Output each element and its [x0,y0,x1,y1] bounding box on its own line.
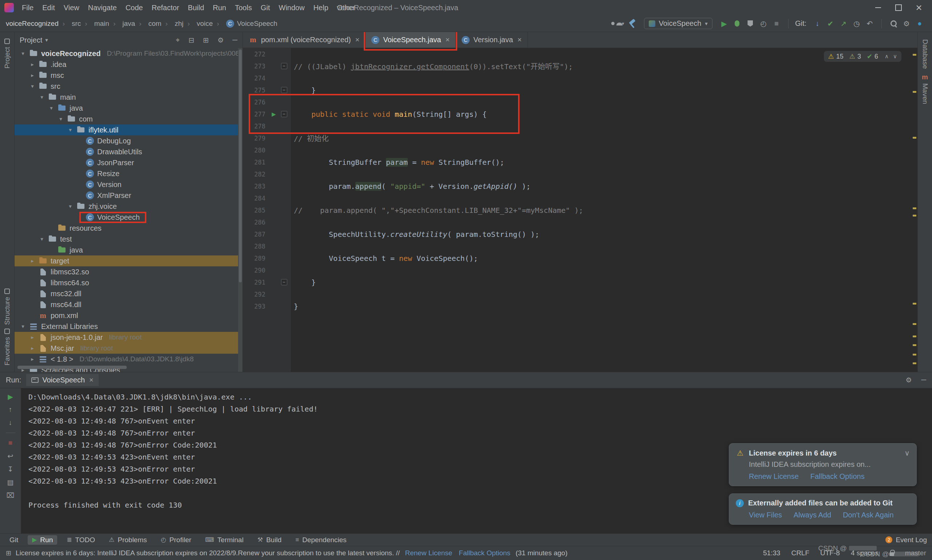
tree-twisty-icon[interactable]: ▾ [28,83,36,89]
fold-icon[interactable]: − [281,63,287,69]
toolwindow-dependencies[interactable]: ≡Dependencies [291,535,351,545]
code-line[interactable]: 281 StringBuffer param = new StringBuffe… [243,156,917,168]
tree-vertical-scrollbar[interactable] [239,49,242,282]
menu-item[interactable]: Edit [38,4,59,12]
code-text[interactable]: public static void main(String[] args) { [290,110,487,118]
warning-stripe-mark[interactable] [913,362,917,364]
run-button[interactable]: ▶ [718,17,731,30]
line-number[interactable]: 279 [243,135,269,142]
warning-stripe-mark[interactable] [913,54,917,56]
code-line[interactable]: 289 VoiceSpeech t = new VoiceSpeech(); [243,252,917,264]
tree-horizontal-scrollbar[interactable] [17,366,127,369]
tree-twisty-icon[interactable]: ▾ [47,105,55,111]
fold-gutter[interactable] [279,135,290,141]
breadcrumb-item[interactable]: CVoiceSpeech [213,20,277,28]
rerun-button[interactable]: ▶ [5,392,15,402]
menu-item[interactable]: Window [274,4,309,12]
breadcrumb-item[interactable]: com [135,20,161,28]
warning-stripe-mark[interactable] [913,335,917,337]
close-icon[interactable]: × [89,376,94,384]
tree-row[interactable]: ▾main [15,92,242,103]
inspection-count[interactable]: ✔6 [867,52,878,60]
menu-item[interactable]: View [59,4,84,12]
tree-twisty-icon[interactable]: ▸ [28,334,36,341]
warning-stripe-mark[interactable] [913,303,917,305]
profiler-button[interactable]: ◴ [757,17,770,30]
inspection-count[interactable]: ⚠3 [849,52,861,60]
line-number[interactable]: 285 [243,207,269,214]
line-number[interactable]: 277 [243,111,269,118]
breadcrumb-item[interactable]: voice [183,20,213,28]
code-line[interactable]: 276 [243,96,917,108]
code-line[interactable]: 288 [243,240,917,252]
code-line[interactable]: 282 [243,168,917,180]
code-line[interactable]: 285// param.append( ","+SpeechConstant.L… [243,204,917,216]
toolwindow-build[interactable]: ⚒Build [253,535,286,545]
tree-row[interactable]: libmsc64.so [15,277,242,288]
menu-item[interactable]: Refactor [147,4,183,12]
code-line[interactable]: 279// 初始化 [243,132,917,144]
tree-row[interactable]: msc32.dll [15,288,242,299]
project-panel-title[interactable]: Project [20,36,42,45]
tree-row[interactable]: ▾test [15,234,242,245]
code-text[interactable]: } [290,278,316,287]
code-line[interactable]: 280 [243,144,917,156]
breadcrumb-item[interactable]: java [109,20,135,28]
editor-tab[interactable]: CVoiceSpeech.java× [365,32,456,48]
code-text[interactable]: } [290,302,298,311]
inspections-widget[interactable]: ⚠15⚠3✔6 ∧∨ [824,51,901,62]
scroll-to-end-button[interactable]: ↧ [5,464,15,474]
update-project-button[interactable]: ↓ [811,17,824,30]
breadcrumb-item[interactable]: voiceRecognized [6,20,59,28]
fold-gutter[interactable] [279,207,290,213]
chevron-down-icon[interactable]: ▾ [45,37,48,43]
toolwindow-git[interactable]: Git [5,535,23,545]
close-icon[interactable]: × [355,35,360,44]
line-number[interactable]: 284 [243,195,269,202]
line-number[interactable]: 286 [243,219,269,226]
tree-row[interactable]: ▾com [15,114,242,125]
run-configuration-select[interactable]: VoiceSpeech ▾ [644,18,712,29]
code-text[interactable]: // param.append( ","+SpeechConstant.LIB_… [290,206,583,215]
fold-gutter[interactable] [279,243,290,249]
toolstrip-project[interactable]: Project [3,38,11,68]
inspection-nav-arrow[interactable]: ∧ [885,53,889,60]
tree-twisty-icon[interactable]: ▾ [19,50,27,57]
tree-row[interactable]: ▸Msc.jarlibrary root [15,343,242,354]
notification-link[interactable]: Renew License [749,472,799,481]
code-line[interactable]: 283 param.append( "appid=" + Version.get… [243,180,917,192]
fold-icon[interactable]: − [281,87,287,93]
fold-gutter[interactable] [279,255,290,261]
toolstrip-favorites[interactable]: Favorites [3,329,11,365]
commit-button[interactable]: ✔ [824,17,837,30]
code-line[interactable]: 273−// ((JLabel) jbtnRecognizer.getCompo… [243,60,917,72]
tree-row[interactable]: CJsonParser [15,157,242,168]
toolwindow-terminal[interactable]: ⌨Terminal [201,535,248,545]
chevron-down-icon[interactable]: ∨ [904,449,910,457]
warning-stripe-mark[interactable] [913,354,917,355]
fallback-options-link[interactable]: Fallback Options [459,549,510,557]
tree-row[interactable]: CDebugLog [15,135,242,146]
fold-gutter[interactable] [279,159,290,165]
code-line[interactable]: 277▶− public static void main(String[] a… [243,108,917,120]
menu-item[interactable]: Tools [230,4,256,12]
tree-row[interactable]: ▸msc [15,70,242,81]
settings-icon[interactable]: ⚙ [900,17,913,30]
warning-stripe-mark[interactable] [913,91,917,93]
line-number[interactable]: 272 [243,51,269,58]
notification-card[interactable]: ⚠License expires in 6 days∨IntelliJ IDEA… [729,443,917,486]
code-editor[interactable]: 272273−// ((JLabel) jbtnRecognizer.getCo… [243,48,917,372]
line-number[interactable]: 281 [243,158,269,166]
warning-stripe-mark[interactable] [913,215,917,217]
code-line[interactable]: 287 SpeechUtility.createUtility( param.t… [243,228,917,240]
line-number[interactable]: 287 [243,231,269,238]
toolwindow-switcher-icon[interactable]: ⊞ [6,549,11,557]
code-line[interactable]: 278 [243,120,917,132]
tree-twisty-icon[interactable]: ▾ [66,127,74,133]
tree-row[interactable]: ▾voiceRecognizedD:\Program Files\03.Find… [15,48,242,59]
editor-tab[interactable]: CVersion.java× [456,32,528,48]
tree-twisty-icon[interactable]: ▾ [38,236,46,242]
updates-indicator-icon[interactable]: ● [913,17,926,30]
line-number[interactable]: 290 [243,267,269,274]
print-button[interactable]: ▤ [5,477,15,487]
